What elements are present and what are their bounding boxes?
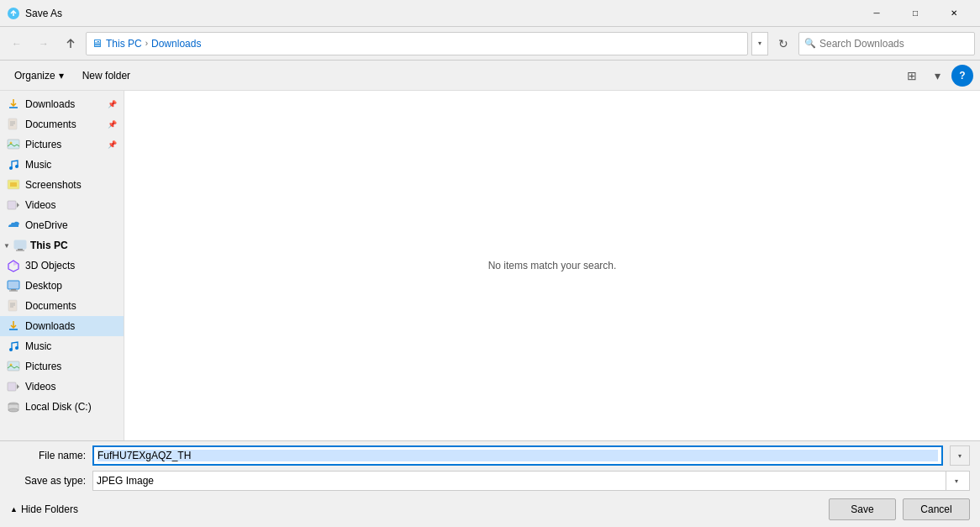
window-icon — [7, 7, 20, 20]
svg-rect-23 — [8, 382, 16, 391]
help-button[interactable]: ? — [951, 65, 973, 87]
navigation-bar: ← → 🖥 This PC › Downloads ▾ ↻ 🔍 — [0, 27, 980, 61]
sidebar-label-music-quick: Music — [25, 159, 117, 171]
sidebar-item-documents-thispc[interactable]: Documents — [0, 296, 124, 316]
search-icon: 🔍 — [804, 38, 816, 49]
svg-marker-24 — [17, 384, 19, 389]
pictures-thispc-icon — [7, 360, 20, 373]
svg-rect-10 — [14, 240, 26, 249]
file-name-field[interactable] — [92, 445, 943, 466]
search-box[interactable]: 🔍 — [798, 32, 975, 55]
refresh-button[interactable]: ↻ — [772, 32, 795, 55]
window-title: Save As — [25, 8, 857, 19]
window-controls: ─ □ ✕ — [857, 0, 973, 27]
downloads-thispc-icon — [7, 319, 20, 333]
music-quick-icon — [7, 158, 20, 171]
up-button[interactable] — [59, 32, 82, 55]
3dobjects-icon — [7, 259, 20, 272]
main-content: Downloads 📌 Documents 📌 Pictures — [0, 91, 980, 440]
sidebar-item-localdisk[interactable]: Local Disk (C:) — [0, 397, 124, 417]
sidebar-label-pictures-thispc: Pictures — [25, 361, 117, 372]
sidebar-item-onedrive[interactable]: OneDrive — [0, 215, 124, 235]
sidebar-item-music-quick[interactable]: Music — [0, 155, 124, 175]
save-button[interactable]: Save — [829, 498, 896, 520]
sidebar-label-onedrive: OneDrive — [25, 219, 117, 231]
svg-point-20 — [15, 346, 18, 350]
back-button[interactable]: ← — [5, 32, 29, 55]
address-bar[interactable]: 🖥 This PC › Downloads — [86, 32, 748, 55]
maximize-button[interactable]: □ — [896, 0, 935, 27]
close-button[interactable]: ✕ — [935, 0, 973, 27]
address-separator-1: › — [145, 39, 148, 48]
cancel-button[interactable]: Cancel — [903, 498, 970, 520]
address-pc-link[interactable]: This PC — [106, 38, 142, 50]
save-type-field[interactable]: JPEG Image ▾ — [92, 471, 970, 491]
sidebar-label-downloads-thispc: Downloads — [25, 320, 117, 332]
svg-rect-12 — [16, 250, 24, 251]
sidebar-label-screenshots-quick: Screenshots — [25, 179, 117, 191]
svg-rect-16 — [11, 289, 16, 291]
svg-rect-15 — [8, 281, 19, 289]
documents-quick-icon — [7, 118, 20, 131]
address-downloads-link[interactable]: Downloads — [151, 38, 201, 50]
sidebar-label-pictures-quick: Pictures — [25, 139, 103, 150]
save-type-label: Save as type: — [10, 475, 86, 487]
sidebar-item-documents-quick[interactable]: Documents 📌 — [0, 114, 124, 134]
sidebar: Downloads 📌 Documents 📌 Pictures — [0, 91, 124, 440]
pin-icon-pictures: 📌 — [108, 140, 117, 149]
search-input[interactable] — [819, 38, 969, 50]
view-icon: ⊞ — [907, 69, 917, 82]
save-type-dropdown[interactable]: ▾ — [946, 471, 966, 491]
save-type-row: Save as type: JPEG Image ▾ — [0, 470, 980, 495]
file-name-label: File name: — [10, 450, 86, 461]
svg-marker-9 — [17, 203, 19, 208]
hide-folders-chevron-icon: ▲ — [10, 505, 18, 514]
new-folder-button[interactable]: New folder — [75, 65, 138, 87]
sidebar-item-pictures-quick[interactable]: Pictures 📌 — [0, 134, 124, 155]
address-pc-icon: 🖥 — [92, 37, 103, 50]
sidebar-item-3dobjects[interactable]: 3D Objects — [0, 256, 124, 276]
thispc-header[interactable]: ▼ This PC — [0, 235, 124, 256]
svg-point-19 — [9, 348, 13, 351]
pin-icon-downloads: 📌 — [108, 100, 117, 108]
file-name-input[interactable] — [97, 450, 938, 461]
organize-button[interactable]: Organize ▾ — [7, 65, 71, 87]
sidebar-label-music-thispc: Music — [25, 340, 117, 352]
svg-rect-21 — [8, 361, 19, 371]
address-dropdown[interactable]: ▾ — [751, 32, 768, 55]
pictures-quick-icon — [7, 138, 20, 151]
hide-folders-label: Hide Folders — [21, 503, 78, 515]
localdisk-icon — [7, 400, 20, 414]
bottom-section: File name: ▾ Save as type: JPEG Image ▾ … — [0, 440, 980, 527]
save-type-value: JPEG Image — [97, 475, 946, 487]
sidebar-item-downloads-quick[interactable]: Downloads 📌 — [0, 94, 124, 114]
file-name-dropdown[interactable]: ▾ — [950, 445, 970, 466]
toolbar-right: ⊞ ▾ ? — [901, 65, 973, 87]
videos-quick-icon — [7, 198, 20, 212]
screenshots-quick-icon — [7, 178, 20, 192]
view-dropdown-button[interactable]: ▾ — [926, 65, 948, 87]
sidebar-label-documents-thispc: Documents — [25, 300, 117, 312]
no-items-message: No items match your search. — [488, 260, 617, 271]
hide-folders-button[interactable]: ▲ Hide Folders — [10, 503, 78, 515]
bottom-buttons: ▲ Hide Folders Save Cancel — [0, 495, 980, 527]
sidebar-item-screenshots-quick[interactable]: Screenshots — [0, 175, 124, 195]
view-button[interactable]: ⊞ — [901, 65, 923, 87]
sidebar-item-videos-quick[interactable]: Videos — [0, 195, 124, 215]
sidebar-item-music-thispc[interactable]: Music — [0, 336, 124, 356]
videos-thispc-icon — [7, 380, 20, 393]
onedrive-icon — [7, 219, 20, 232]
sidebar-item-pictures-thispc[interactable]: Pictures — [0, 356, 124, 377]
sidebar-label-localdisk: Local Disk (C:) — [25, 401, 117, 413]
sidebar-item-videos-thispc[interactable]: Videos — [0, 377, 124, 397]
svg-rect-18 — [8, 300, 17, 311]
view-dropdown-icon: ▾ — [935, 69, 940, 82]
forward-button[interactable]: → — [32, 32, 55, 55]
minimize-button[interactable]: ─ — [857, 0, 896, 27]
sidebar-item-downloads-thispc[interactable]: Downloads — [0, 316, 124, 336]
svg-rect-11 — [18, 249, 23, 250]
sidebar-item-desktop[interactable]: Desktop — [0, 276, 124, 296]
sidebar-label-videos-thispc: Videos — [25, 381, 117, 393]
sidebar-label-downloads-quick: Downloads — [25, 98, 103, 110]
thispc-label: This PC — [30, 240, 68, 251]
